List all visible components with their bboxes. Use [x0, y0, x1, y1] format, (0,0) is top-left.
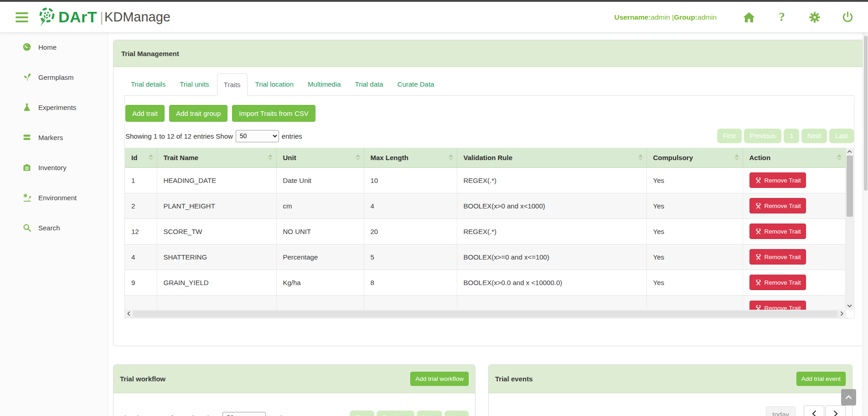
pagination-button[interactable]: 1	[784, 129, 799, 143]
cell-max-length: 20	[364, 218, 457, 244]
calendar-prev-button[interactable]	[804, 406, 824, 416]
pagination-button[interactable]: First	[350, 411, 374, 416]
hamburger-icon[interactable]	[16, 12, 28, 22]
calendar-next-button[interactable]	[825, 406, 846, 416]
sort-icon	[638, 154, 643, 161]
sidebar-item-search[interactable]: Search	[0, 221, 108, 234]
column-header[interactable]: Unit	[276, 148, 364, 167]
navbar-right: Username:admin |Group:admin ?	[614, 10, 854, 24]
sidebar-item-label: Experiments	[38, 104, 76, 111]
remove-ribbon-icon	[754, 304, 762, 310]
traits-tab-content: Add trait Add trait group Import Traits …	[124, 96, 854, 318]
home-icon[interactable]	[742, 10, 756, 24]
remove-trait-button[interactable]: Remove Trait	[749, 224, 806, 239]
column-header[interactable]: Compulsory	[646, 148, 743, 167]
tab[interactable]: Trial data	[349, 73, 390, 96]
tab[interactable]: Trial details	[124, 73, 172, 96]
page-size-select[interactable]: 50	[222, 412, 266, 416]
cell-unit: cm	[276, 193, 364, 218]
pagination-button[interactable]: Last	[444, 411, 469, 416]
pagination-button[interactable]: Previous	[377, 411, 414, 416]
remove-trait-button[interactable]: Remove Trait	[749, 301, 806, 310]
scroll-to-top-button[interactable]	[841, 389, 856, 406]
horizontal-scrollbar-thumb[interactable]	[133, 311, 837, 317]
pagination-button[interactable]: Last	[829, 129, 853, 143]
power-icon[interactable]	[841, 10, 854, 24]
chevron-right-icon	[833, 410, 838, 416]
table-horizontal-scrollbar[interactable]	[125, 310, 846, 318]
brand[interactable]: DArT | KDManage	[36, 6, 170, 29]
cell-trait-name: GRAIN_YIELD	[157, 270, 276, 295]
sidebar-item-markers[interactable]: Markers	[0, 130, 108, 144]
cell-trait-name: PLANT_HEIGHT	[157, 193, 276, 218]
environment-icon	[22, 193, 31, 202]
sidebar-item-label: Environment	[38, 194, 77, 202]
remove-trait-button[interactable]: Remove Trait	[749, 275, 806, 290]
sidebar-item-environment[interactable]: Environment	[0, 191, 108, 204]
table-row: 2 PLANT_HEIGHT cm 4 BOOLEX(x>0 and x<100…	[125, 193, 845, 218]
tab[interactable]: Trial units	[173, 73, 215, 96]
column-header[interactable]: Validation Rule	[457, 148, 646, 167]
seedling-icon	[22, 73, 31, 82]
column-header[interactable]: Max Length	[364, 148, 457, 167]
sort-icon	[734, 154, 739, 161]
sort-icon	[149, 154, 153, 161]
calendar-today-button[interactable]: today	[766, 406, 796, 416]
sidebar-item-experiments[interactable]: Experiments	[0, 100, 108, 114]
pagination-button[interactable]: First	[717, 129, 742, 143]
remove-trait-button[interactable]: Remove Trait	[749, 172, 806, 188]
remove-trait-button[interactable]: Remove Trait	[749, 249, 806, 265]
add-trait-group-button[interactable]: Add trait group	[169, 105, 227, 122]
scroll-up-arrow-icon[interactable]	[846, 148, 854, 156]
tab[interactable]: Trial location	[249, 73, 300, 96]
page-size-select[interactable]: 50	[236, 130, 279, 142]
import-traits-csv-button[interactable]: Import Traits from CSV	[232, 105, 315, 122]
cell-compulsory: Yes	[646, 167, 743, 193]
scroll-left-arrow-icon[interactable]	[125, 310, 132, 318]
remove-trait-button[interactable]: Remove Trait	[749, 198, 806, 213]
cell-compulsory: Yes	[646, 270, 743, 295]
table-vertical-scrollbar[interactable]	[846, 148, 854, 310]
cell-validation-rule: REGEX(.*)	[457, 167, 646, 193]
cell-unit: Date Unit	[276, 167, 364, 193]
column-header[interactable]: Id	[125, 148, 157, 167]
sidebar-item-home[interactable]: Home	[0, 40, 108, 54]
page: DArT | KDManage Username:admin |Group:ad…	[0, 0, 868, 416]
remove-ribbon-icon	[754, 253, 762, 261]
cell-validation-rule: BOOLEX(x>=0 and x<=100)	[457, 244, 646, 270]
pagination-button[interactable]: Next	[801, 129, 827, 143]
cell-trait-name: HEADING_DATE	[157, 167, 276, 193]
column-header[interactable]: Action	[743, 148, 845, 167]
top-navbar: DArT | KDManage Username:admin |Group:ad…	[0, 2, 868, 33]
pagination-button[interactable]: Next	[417, 411, 442, 416]
column-header[interactable]: Trait Name	[157, 148, 276, 167]
sidebar-item-inventory[interactable]: Inventory	[0, 161, 108, 174]
cell-id: 2	[125, 193, 157, 218]
add-trial-workflow-button[interactable]: Add trial workflow	[410, 372, 469, 386]
settings-icon[interactable]	[808, 10, 822, 24]
page-scrollbar-thumb[interactable]	[864, 36, 868, 191]
remove-ribbon-icon	[754, 279, 762, 286]
help-icon[interactable]: ?	[775, 10, 789, 24]
table-row: 1 HEADING_DATE Date Unit 10 REGEX(.*) Ye…	[125, 167, 845, 193]
cell-validation-rule: REGEX(.*)	[457, 218, 646, 244]
tab[interactable]: Traits	[217, 73, 248, 96]
add-trait-button[interactable]: Add trait	[125, 105, 165, 122]
tab[interactable]: Curate Data	[391, 73, 441, 96]
tab[interactable]: Multimedia	[301, 73, 347, 96]
dashboard-icon	[22, 42, 31, 52]
sidebar-item-label: Inventory	[38, 164, 67, 172]
main-content: Trial Management Trial details Trial uni…	[108, 33, 868, 416]
scroll-down-arrow-icon[interactable]	[846, 302, 854, 310]
sidebar-item-germplasm[interactable]: Germplasm	[0, 70, 108, 84]
sidebar-item-label: Home	[38, 43, 57, 51]
panel-title: Trial Management	[114, 40, 863, 67]
vertical-scrollbar-thumb[interactable]	[847, 156, 853, 217]
cell-max-length: 5	[364, 244, 457, 270]
show-label: Show	[203, 414, 220, 416]
scroll-right-arrow-icon[interactable]	[838, 310, 846, 318]
add-trial-event-button[interactable]: Add trial event	[796, 372, 846, 386]
cell-id: 1	[125, 167, 157, 193]
pagination-button[interactable]: Previous	[744, 129, 781, 143]
page-scrollbar[interactable]	[863, 33, 868, 416]
